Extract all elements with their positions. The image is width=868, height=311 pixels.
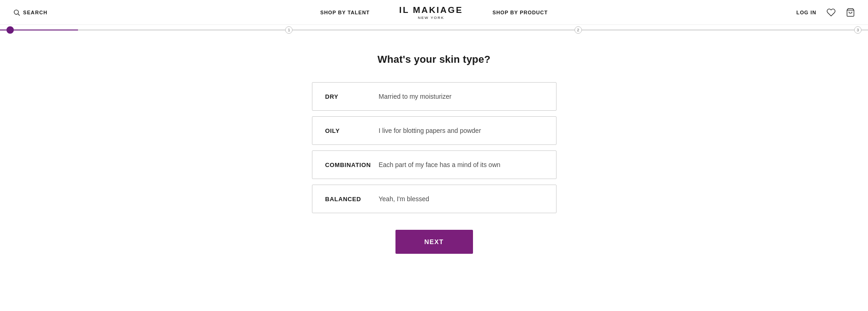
option-balanced[interactable]: BALANCED Yeah, I'm blessed <box>312 185 557 213</box>
svg-point-0 <box>14 10 18 14</box>
nav-shop-by-talent[interactable]: SHOP BY TALENT <box>320 10 370 15</box>
option-oily-label: OILY <box>325 127 371 134</box>
login-link[interactable]: LOG IN <box>796 10 816 15</box>
svg-line-1 <box>18 14 20 16</box>
brand-name: IL MAKIAGE <box>399 5 463 15</box>
option-dry-label: DRY <box>325 93 371 100</box>
option-dry-description: Married to my moisturizer <box>379 93 452 100</box>
cart-button[interactable] <box>846 8 855 17</box>
quiz-main: What's your skin type? DRY Married to my… <box>0 35 868 254</box>
nav-shop-by-product[interactable]: SHOP BY PRODUCT <box>492 10 548 15</box>
option-balanced-description: Yeah, I'm blessed <box>379 195 430 203</box>
progress-dot-3: 3 <box>854 26 862 34</box>
option-combination-label: COMBINATION <box>325 161 371 168</box>
next-button[interactable]: Next <box>395 230 473 254</box>
cart-icon <box>846 8 855 17</box>
progress-bar: 1 2 3 <box>0 25 868 35</box>
option-balanced-label: BALANCED <box>325 196 371 203</box>
search-label: SEARCH <box>23 10 48 15</box>
option-oily-description: I live for blotting papers and powder <box>379 127 481 134</box>
header-right-actions: LOG IN <box>796 8 855 17</box>
brand-logo: IL MAKIAGE NEW YORK <box>399 5 463 20</box>
search-button[interactable]: SEARCH <box>13 9 48 16</box>
next-button-container: Next <box>395 230 473 254</box>
brand-location: NEW YORK <box>399 16 463 20</box>
option-oily[interactable]: OILY I live for blotting papers and powd… <box>312 116 557 145</box>
search-icon <box>13 9 20 16</box>
wishlist-button[interactable] <box>826 8 836 17</box>
progress-dot-1: 1 <box>285 26 293 34</box>
option-combination-description: Each part of my face has a mind of its o… <box>379 161 501 168</box>
options-list: DRY Married to my moisturizer OILY I liv… <box>312 82 557 213</box>
progress-track <box>0 30 868 30</box>
header: SEARCH SHOP BY TALENT IL MAKIAGE NEW YOR… <box>0 0 868 25</box>
quiz-question: What's your skin type? <box>377 54 491 66</box>
progress-dot-2: 2 <box>575 26 582 34</box>
option-dry[interactable]: DRY Married to my moisturizer <box>312 82 557 111</box>
progress-dot-start <box>6 26 14 34</box>
option-combination[interactable]: COMBINATION Each part of my face has a m… <box>312 150 557 179</box>
heart-icon <box>826 8 836 17</box>
